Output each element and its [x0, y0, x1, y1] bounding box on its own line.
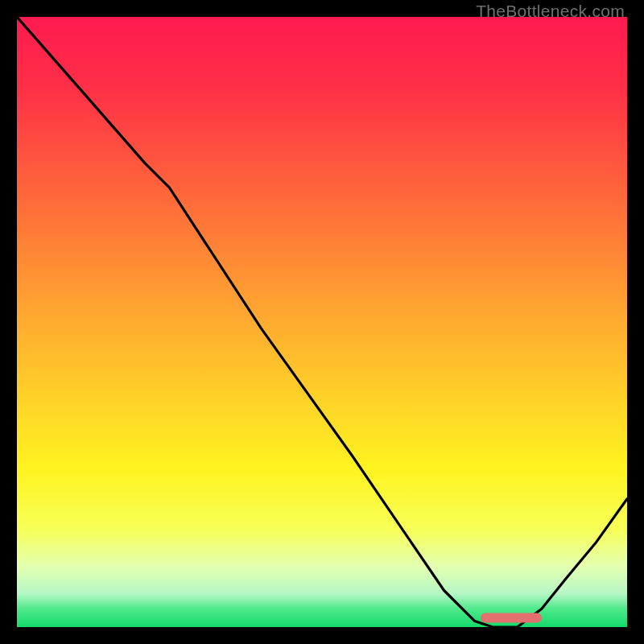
- bottleneck-chart: [17, 17, 627, 627]
- gradient-background: [17, 17, 627, 627]
- optimal-marker: [481, 613, 542, 623]
- chart-frame: [17, 17, 627, 627]
